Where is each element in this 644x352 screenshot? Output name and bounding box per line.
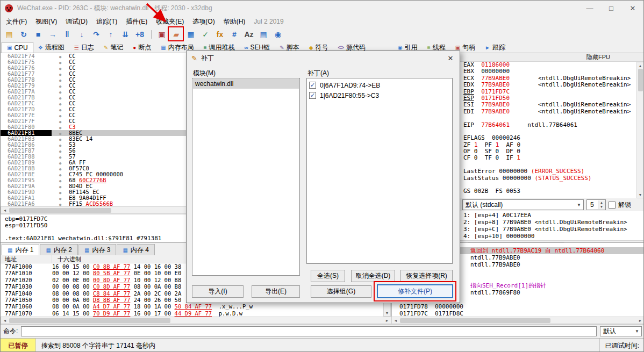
minimize-button[interactable]: — (579, 1, 600, 16)
dump-tab[interactable]: ▦ 内存 3 (78, 244, 116, 255)
tab-cpu[interactable]: ▣ CPU (2, 42, 33, 53)
dialog-close-button[interactable]: ✕ (442, 52, 459, 64)
scroll-thumb[interactable] (9, 318, 170, 323)
breakpoint-dot-icon[interactable] (52, 183, 69, 189)
dump-row[interactable]: 77AF1060 08 00 0A 00 A4 D7 AF 77 18 00 1… (1, 303, 391, 310)
scroll-down-icon[interactable] (383, 310, 391, 316)
dump-row[interactable]: 77AF1070 06 14 15 00 70 D9 AF 77 16 00 1… (1, 310, 391, 317)
menu-item[interactable]: 追踪(T) (92, 16, 121, 27)
maximize-button[interactable]: □ (600, 1, 622, 16)
breakpoint-dot-icon[interactable] (52, 53, 69, 59)
argument-row[interactable]: 4: [esp+10] 00000000 (463, 233, 644, 240)
skip-next-icon[interactable]: ⇊ (119, 28, 132, 40)
scroll-up-icon[interactable] (636, 62, 644, 69)
spinner-up-icon[interactable] (598, 200, 605, 205)
breakpoint-dot-icon[interactable] (52, 89, 69, 95)
patch-item[interactable]: 0|6A7F1AD9:74->EB (309, 80, 452, 90)
breakpoint-dot-icon[interactable] (52, 189, 69, 195)
step-over-icon[interactable]: ↷ (90, 28, 103, 40)
breakpoint-dot-icon[interactable] (52, 71, 69, 77)
scroll-thumb[interactable] (400, 318, 550, 323)
chevron-down-icon[interactable] (575, 203, 583, 207)
spinner-down-icon[interactable] (598, 205, 605, 209)
patch-list[interactable]: 0|6A7F1AD9:74->EB 1|6AD21F80:55->C3 (306, 78, 453, 264)
stack-row[interactable]: 0171FD78 00000000 (392, 303, 644, 310)
dump-hscrollbar[interactable] (1, 317, 391, 324)
hash-icon[interactable]: # (228, 28, 241, 40)
argument-row[interactable]: 2: [esp+8] 77B9ABE0 <ntdll.DbgUiRemoteBr… (463, 219, 644, 226)
dialog-title-bar[interactable]: 补丁 ✕ (187, 51, 460, 65)
notes-icon[interactable]: ▤ (257, 28, 270, 40)
breakpoint-dot-icon[interactable] (52, 106, 69, 112)
tab-log[interactable]: ☰ 日志 (69, 42, 99, 53)
breakpoint-dot-icon[interactable] (52, 118, 69, 124)
register-line[interactable]: EIP 77B64061 ntdll.77B64061 (460, 122, 644, 128)
scroll-thumb[interactable] (638, 69, 643, 91)
registers-vscrollbar[interactable] (636, 62, 644, 198)
hide-fpu-button[interactable]: 隐藏FPU (460, 53, 644, 62)
export-button[interactable]: 导出(E) (252, 285, 300, 298)
patch-icon[interactable]: ▰ (170, 28, 183, 40)
breakpoint-dot-icon[interactable] (52, 177, 69, 183)
stack-row[interactable]: 0171FD7C 0171FD8C (392, 310, 644, 317)
restart-icon[interactable]: ↻ (17, 28, 30, 40)
breakpoint-dot-icon[interactable] (52, 59, 69, 65)
patch-item[interactable]: 1|6AD21F80:55->C3 (309, 90, 452, 100)
select-group-button[interactable]: 选择组(G) (311, 285, 371, 298)
breakpoint-dot-icon[interactable] (52, 154, 69, 160)
window-layout-icon[interactable]: ▦ (184, 28, 197, 40)
run-icon[interactable]: → (46, 28, 59, 40)
open-file-icon[interactable]: ▤ (3, 28, 16, 40)
dump-tab[interactable]: ▦ 内存 1 (2, 244, 39, 255)
dump-header-address[interactable]: 地址 (1, 255, 52, 263)
patch-file-button[interactable]: 修补文件(P) (377, 284, 453, 298)
dump-tab[interactable]: ▦ 内存 4 (117, 244, 154, 255)
scroll-thumb[interactable] (9, 208, 111, 213)
register-line[interactable]: GS 002B FS 0053 (460, 188, 644, 195)
menu-item[interactable]: 帮助(H) (219, 16, 250, 27)
breakpoint-dot-icon[interactable] (52, 65, 69, 71)
tab-breakpoints[interactable]: ● 断点 (128, 42, 156, 53)
breakpoint-dot-icon[interactable] (52, 124, 69, 130)
register-line[interactable]: LastStatus 00000000 (STATUS_SUCCESS) (460, 175, 644, 182)
argument-count-spinner[interactable]: 5 (586, 199, 606, 210)
plugin-icon[interactable]: ▣ (155, 28, 168, 40)
menu-item[interactable]: 调试(D) (61, 16, 92, 27)
breakpoint-dot-icon[interactable] (52, 95, 69, 100)
fx-icon[interactable]: fx (213, 28, 226, 40)
scroll-left-icon[interactable] (392, 317, 399, 324)
stop-icon[interactable]: ■ (32, 28, 45, 40)
chevron-down-icon[interactable] (633, 329, 641, 334)
breakpoint-dot-icon[interactable] (52, 160, 69, 166)
tab-notes[interactable]: ✎ 笔记 (99, 42, 128, 53)
deselect-all-button[interactable]: 取消全选(D) (351, 270, 395, 282)
breakpoint-dot-icon[interactable] (52, 136, 69, 142)
scroll-down-icon[interactable] (636, 191, 644, 198)
tab-trace[interactable]: ► 跟踪 (480, 42, 510, 53)
breakpoint-dot-icon[interactable] (52, 148, 69, 154)
menu-item[interactable]: 选项(O) (188, 16, 219, 27)
trace-into-icon[interactable]: +8 (133, 28, 146, 40)
checkbox-checked-icon[interactable] (309, 82, 316, 89)
restore-selection-button[interactable]: 恢复选择项(R) (400, 270, 453, 282)
menu-item[interactable]: 文件(F) (2, 16, 31, 27)
breakpoint-dot-icon[interactable] (52, 112, 69, 118)
checkbox-checked-icon[interactable] (309, 92, 316, 99)
module-list[interactable]: wechatwin.dll (192, 78, 300, 276)
scroll-right-icon[interactable] (636, 317, 644, 324)
check-icon[interactable]: ✓ (199, 28, 212, 40)
breakpoint-dot-icon[interactable] (52, 201, 69, 206)
argument-row[interactable]: 1: [esp+4] A0C17EEA (463, 212, 644, 219)
breakpoint-dot-icon[interactable] (52, 166, 69, 171)
breakpoint-dot-icon[interactable] (52, 195, 69, 201)
menu-item[interactable]: 插件(E) (121, 16, 152, 27)
breakpoint-dot-icon[interactable] (52, 142, 69, 148)
scroll-left-icon[interactable] (1, 207, 9, 213)
breakpoint-dot-icon[interactable] (52, 83, 69, 89)
toolbar-separator[interactable] (151, 30, 152, 39)
register-line[interactable]: EDI 77B9ABE0 <ntdll.DbgUiRemoteBreakin> (460, 109, 644, 115)
import-button[interactable]: 导入(I) (192, 285, 244, 298)
command-input[interactable] (21, 326, 597, 336)
tab-graph[interactable]: ❖ 流程图 (33, 42, 69, 53)
register-line[interactable]: CF 0 TF 0 IF 1 (460, 155, 644, 161)
